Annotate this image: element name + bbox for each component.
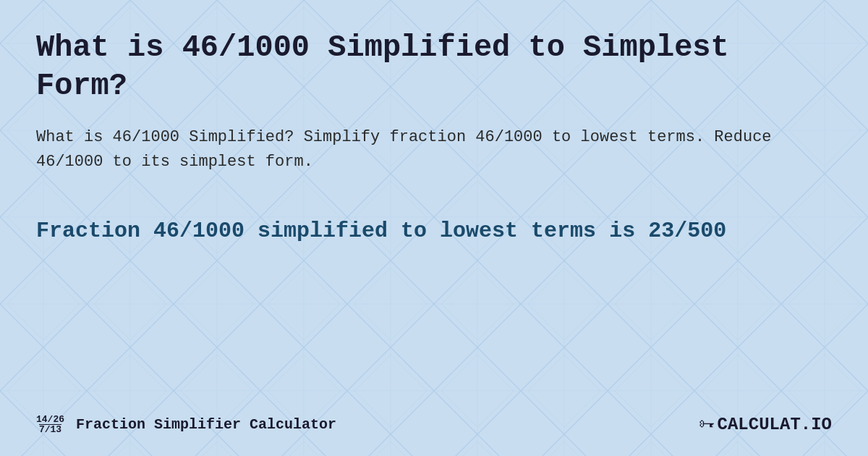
fraction-numerator: 14/26 <box>36 415 64 424</box>
description-text: What is 46/1000 Simplified? Simplify fra… <box>36 125 832 174</box>
footer: 14/26 7/13 Fraction Simplifier Calculato… <box>36 415 832 434</box>
main-title: What is 46/1000 Simplified to Simplest F… <box>36 29 832 105</box>
brand-label: Fraction Simplifier Calculator <box>76 416 336 433</box>
result-heading: Fraction 46/1000 simplified to lowest te… <box>36 216 832 246</box>
logo-text: CALCULAT.IO <box>718 415 832 434</box>
page-content: What is 46/1000 Simplified to Simplest F… <box>0 0 868 456</box>
footer-fraction: 14/26 7/13 <box>36 415 64 434</box>
result-section: Fraction 46/1000 simplified to lowest te… <box>36 216 832 246</box>
logo: 🗝 CALCULAT.IO <box>699 415 832 434</box>
fraction-denominator: 7/13 <box>39 424 61 434</box>
logo-icon: 🗝 <box>699 415 715 434</box>
